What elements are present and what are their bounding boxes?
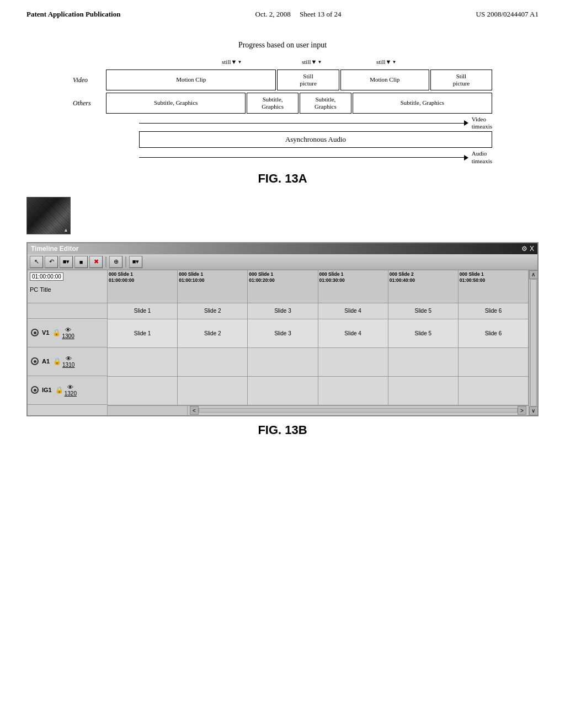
toolbar-btn-undo[interactable]: ↶ (45, 256, 58, 268)
time-marker-1-top: 000 Slide 1 (179, 271, 246, 277)
toolbar-btn-cursor[interactable]: ↖ (30, 256, 43, 268)
time-marker-1-bottom: 01:00:10:00 (179, 277, 246, 283)
gear-button[interactable]: ⚙ (521, 245, 527, 253)
subtitle-graphics-1: Subtitle, Graphics (106, 93, 246, 114)
editor-right-header: 000 Slide 1 01:00:00:00 000 Slide 1 01:0… (108, 270, 529, 303)
fig13b-caption: FIG. 13B (26, 423, 539, 437)
editor-left-panel: 01:00:00:00 PC Title V1 🔒 👁 1300 (28, 270, 108, 415)
still-picture-1: Stillpicture (277, 69, 339, 90)
v1-eye-icon[interactable]: 👁 (65, 326, 71, 333)
time-marker-0: 000 Slide 1 01:00:00:00 (108, 270, 178, 303)
ig1-radio-icon[interactable] (31, 386, 39, 394)
a1-cell-1 (108, 348, 178, 376)
toolbar-btn-5[interactable]: ■▾ (129, 256, 142, 268)
ig1-number: 1320 (65, 390, 77, 397)
slide-header-6: Slide 6 (459, 303, 529, 319)
toolbar-btn-delete[interactable]: ✖ (89, 256, 103, 268)
slide-header-1: Slide 1 (108, 303, 178, 319)
editor-body: 01:00:00:00 PC Title V1 🔒 👁 1300 (28, 270, 537, 415)
editor-bottom-bar: < > (108, 405, 529, 415)
patent-number: US 2008/0244407 A1 (476, 10, 539, 19)
v1-track-row: Slide 1 Slide 2 Slide 3 Slide 4 Slide 5 … (108, 319, 529, 348)
v1-eye-icon-container: 👁 1300 (62, 326, 74, 339)
v1-cell-4: Slide 4 (318, 319, 388, 347)
ig1-cell-2 (178, 377, 248, 405)
a1-cell-5 (388, 348, 459, 376)
video-timeline-row: Videotimeaxis (73, 116, 492, 130)
v1-cell-1: Slide 1 (108, 319, 178, 347)
fig13a-section: Progress based on user input still▼ stil… (26, 41, 539, 186)
a1-cell-4 (318, 348, 388, 376)
video-timeline-line: Videotimeaxis (139, 116, 492, 130)
subtitle-graphics-4: Subtitle, Graphics (353, 93, 492, 114)
still-marker-3: still▼ (376, 58, 396, 65)
async-audio-box: Asynchronous Audio (139, 131, 492, 148)
editor-titlebar: Timeline Editor ⚙ X (28, 243, 537, 254)
still-picture-2: Stillpicture (430, 69, 492, 90)
scroll-up-button[interactable]: ∧ (529, 270, 538, 279)
ig1-cell-4 (318, 377, 388, 405)
v1-lock-icon[interactable]: 🔒 (52, 329, 61, 336)
a1-lock-icon[interactable]: 🔒 (53, 357, 61, 365)
ig1-cell-3 (248, 377, 318, 405)
a1-track-row (108, 348, 529, 377)
time-marker-5-bottom: 01:00:50:00 (460, 277, 527, 283)
v1-radio-inner (34, 331, 36, 334)
others-blocks: Subtitle, Graphics Subtitle,Graphics Sub… (106, 93, 492, 114)
diagram-title: Progress based on user input (26, 41, 539, 50)
scroll-down-button[interactable]: ∨ (529, 406, 538, 415)
track-label-a1: A1 🔒 👁 1310 (28, 347, 107, 376)
track-label-ig1: IG1 🔒 👁 1320 (28, 376, 107, 405)
time-marker-5: 000 Slide 1 01:00:50:00 (459, 270, 529, 303)
a1-icons: 🔒 👁 1310 (53, 355, 74, 368)
toolbar-btn-add[interactable]: ⊕ (109, 256, 122, 268)
ig1-lock-icon[interactable]: 🔒 (55, 386, 63, 394)
left-slide-header-spacer (28, 303, 107, 319)
timeline-editor-panel: Timeline Editor ⚙ X ↖ ↶ ■▾ ■ ✖ ⊕ ■▾ 01 (26, 242, 539, 416)
time-marker-4-top: 000 Slide 2 (390, 271, 457, 277)
v1-radio-icon[interactable] (31, 329, 39, 336)
v1-cell-6: Slide 6 (459, 319, 529, 347)
still-marker-1: still▼ (222, 58, 242, 65)
editor-right-panel: 000 Slide 1 01:00:00:00 000 Slide 1 01:0… (108, 270, 529, 415)
slide-header-5: Slide 5 (388, 303, 459, 319)
time-marker-3-top: 000 Slide 1 (319, 271, 387, 277)
time-marker-3: 000 Slide 1 01:00:30:00 (318, 270, 388, 303)
video-row: Video Motion Clip Stillpicture Motion Cl… (73, 69, 492, 90)
audio-timeline-label: Audiotimeaxis (472, 150, 492, 164)
a1-cell-6 (459, 348, 529, 376)
others-row: Others Subtitle, Graphics Subtitle,Graph… (73, 93, 492, 114)
scroll-left-button[interactable]: < (190, 406, 199, 415)
audio-timeline-row: Audiotimeaxis (73, 150, 492, 164)
ig1-eye-icon-container: 👁 1320 (65, 384, 77, 397)
main-content: Progress based on user input still▼ stil… (0, 19, 565, 458)
time-marker-3-bottom: 01:00:30:00 (319, 277, 387, 283)
ig1-cell-6 (459, 377, 529, 405)
editor-bottom-left (108, 406, 188, 415)
editor-title: Timeline Editor (31, 245, 78, 253)
a1-radio-icon[interactable] (31, 357, 39, 365)
v1-number: 1300 (62, 333, 74, 339)
ig1-radio-inner (34, 389, 36, 392)
a1-cell-2 (178, 348, 248, 376)
ig1-eye-icon[interactable]: 👁 (67, 384, 73, 390)
toolbar-btn-stop[interactable]: ■ (74, 256, 88, 268)
horizontal-scroll-track[interactable] (199, 408, 518, 413)
video-timeline-arrow (464, 120, 468, 126)
time-marker-4-bottom: 01:00:40:00 (390, 277, 457, 283)
scroll-right-button[interactable]: > (518, 406, 526, 415)
close-button[interactable]: X (530, 245, 534, 253)
a1-number: 1310 (62, 362, 74, 368)
toolbar-btn-3[interactable]: ■▾ (60, 256, 73, 268)
fig13a-caption: FIG. 13A (26, 172, 539, 186)
ig1-cell-1 (108, 377, 178, 405)
titlebar-controls: ⚙ X (521, 245, 534, 253)
time-marker-0-bottom: 01:00:00:00 (109, 277, 176, 283)
editor-bottom-right: < > (188, 406, 529, 415)
vertical-scroll-track[interactable] (530, 279, 537, 406)
v1-cell-2: Slide 2 (178, 319, 248, 347)
time-marker-1: 000 Slide 1 01:00:10:00 (178, 270, 248, 303)
a1-cell-3 (248, 348, 318, 376)
a1-name: A1 (42, 358, 50, 365)
a1-eye-icon[interactable]: 👁 (66, 355, 72, 362)
